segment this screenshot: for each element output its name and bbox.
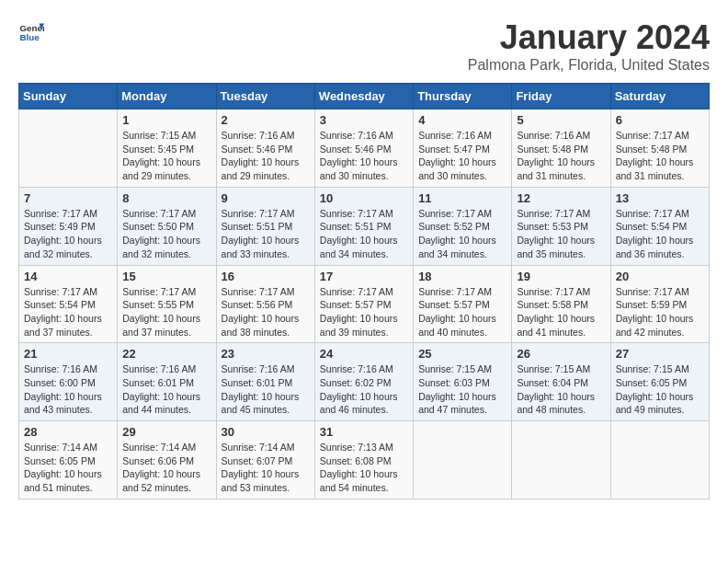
day-info: Sunrise: 7:17 AM Sunset: 5:58 PM Dayligh… — [517, 285, 605, 339]
day-info: Sunrise: 7:16 AM Sunset: 5:46 PM Dayligh… — [222, 129, 310, 183]
calendar-day-cell: 4Sunrise: 7:16 AM Sunset: 5:47 PM Daylig… — [414, 109, 512, 188]
calendar-day-cell: 29Sunrise: 7:14 AM Sunset: 6:06 PM Dayli… — [118, 421, 216, 500]
calendar-day-cell: 25Sunrise: 7:15 AM Sunset: 6:03 PM Dayli… — [414, 343, 512, 421]
day-number: 21 — [24, 347, 112, 361]
day-of-week-header: Monday — [118, 84, 216, 109]
logo-icon: General Blue — [18, 18, 44, 44]
day-of-week-header: Thursday — [414, 84, 512, 109]
day-number: 3 — [320, 113, 408, 127]
calendar-day-cell: 7Sunrise: 7:17 AM Sunset: 5:49 PM Daylig… — [19, 187, 118, 265]
calendar-day-cell: 11Sunrise: 7:17 AM Sunset: 5:52 PM Dayli… — [414, 187, 512, 265]
day-number: 22 — [122, 347, 210, 361]
day-number: 25 — [418, 347, 506, 361]
calendar-week-row: 21Sunrise: 7:16 AM Sunset: 6:00 PM Dayli… — [19, 343, 710, 421]
calendar-day-cell: 12Sunrise: 7:17 AM Sunset: 5:53 PM Dayli… — [512, 187, 610, 265]
calendar-day-cell: 27Sunrise: 7:15 AM Sunset: 6:05 PM Dayli… — [610, 343, 709, 421]
day-info: Sunrise: 7:16 AM Sunset: 6:01 PM Dayligh… — [122, 362, 210, 417]
day-of-week-header: Friday — [512, 84, 610, 109]
day-info: Sunrise: 7:17 AM Sunset: 5:51 PM Dayligh… — [320, 207, 408, 261]
calendar-week-row: 1Sunrise: 7:15 AM Sunset: 5:45 PM Daylig… — [19, 109, 710, 188]
calendar-day-cell: 5Sunrise: 7:16 AM Sunset: 5:48 PM Daylig… — [512, 109, 610, 188]
day-info: Sunrise: 7:17 AM Sunset: 5:53 PM Dayligh… — [517, 207, 605, 261]
day-info: Sunrise: 7:15 AM Sunset: 6:05 PM Dayligh… — [616, 362, 704, 417]
day-info: Sunrise: 7:16 AM Sunset: 6:00 PM Dayligh… — [24, 362, 112, 417]
day-info: Sunrise: 7:17 AM Sunset: 5:56 PM Dayligh… — [222, 285, 310, 339]
day-of-week-header: Wednesday — [314, 84, 413, 109]
day-of-week-header: Tuesday — [216, 84, 314, 109]
day-number: 10 — [320, 191, 408, 205]
day-number: 24 — [320, 347, 408, 361]
calendar-day-cell: 28Sunrise: 7:14 AM Sunset: 6:05 PM Dayli… — [19, 421, 118, 500]
month-title: January 2024 — [468, 18, 710, 57]
calendar-day-cell: 2Sunrise: 7:16 AM Sunset: 5:46 PM Daylig… — [216, 109, 314, 188]
day-info: Sunrise: 7:15 AM Sunset: 5:45 PM Dayligh… — [122, 129, 210, 183]
calendar-day-cell: 17Sunrise: 7:17 AM Sunset: 5:57 PM Dayli… — [314, 265, 413, 343]
calendar-day-cell: 30Sunrise: 7:14 AM Sunset: 6:07 PM Dayli… — [216, 421, 314, 500]
calendar-week-row: 14Sunrise: 7:17 AM Sunset: 5:54 PM Dayli… — [19, 265, 710, 343]
calendar-day-cell: 31Sunrise: 7:13 AM Sunset: 6:08 PM Dayli… — [314, 421, 413, 500]
day-info: Sunrise: 7:17 AM Sunset: 5:55 PM Dayligh… — [122, 285, 210, 339]
day-info: Sunrise: 7:17 AM Sunset: 5:49 PM Dayligh… — [24, 207, 112, 261]
calendar-day-cell: 26Sunrise: 7:15 AM Sunset: 6:04 PM Dayli… — [512, 343, 610, 421]
day-number: 27 — [616, 347, 704, 361]
day-number: 9 — [222, 191, 310, 205]
day-number: 17 — [320, 270, 408, 283]
title-block: January 2024 Palmona Park, Florida, Unit… — [468, 18, 710, 74]
day-number: 8 — [122, 191, 210, 205]
calendar-day-cell: 14Sunrise: 7:17 AM Sunset: 5:54 PM Dayli… — [19, 265, 118, 343]
day-number: 13 — [616, 191, 704, 205]
calendar-day-cell: 22Sunrise: 7:16 AM Sunset: 6:01 PM Dayli… — [118, 343, 216, 421]
day-info: Sunrise: 7:17 AM Sunset: 5:50 PM Dayligh… — [122, 207, 210, 261]
calendar-table: SundayMondayTuesdayWednesdayThursdayFrid… — [18, 83, 710, 500]
calendar-day-cell: 6Sunrise: 7:17 AM Sunset: 5:48 PM Daylig… — [610, 109, 709, 188]
day-number: 11 — [418, 191, 506, 205]
day-number: 28 — [24, 425, 112, 439]
calendar-day-cell: 16Sunrise: 7:17 AM Sunset: 5:56 PM Dayli… — [216, 265, 314, 343]
logo: General Blue — [18, 18, 44, 44]
day-of-week-header: Saturday — [610, 84, 709, 109]
calendar-day-cell: 13Sunrise: 7:17 AM Sunset: 5:54 PM Dayli… — [610, 187, 709, 265]
calendar-day-cell: 24Sunrise: 7:16 AM Sunset: 6:02 PM Dayli… — [314, 343, 413, 421]
day-number: 18 — [418, 270, 506, 283]
calendar-day-cell: 18Sunrise: 7:17 AM Sunset: 5:57 PM Dayli… — [414, 265, 512, 343]
page-header: General Blue January 2024 Palmona Park, … — [18, 18, 710, 74]
day-number: 30 — [222, 425, 310, 439]
day-number: 23 — [222, 347, 310, 361]
calendar-day-cell: 23Sunrise: 7:16 AM Sunset: 6:01 PM Dayli… — [216, 343, 314, 421]
day-info: Sunrise: 7:16 AM Sunset: 6:02 PM Dayligh… — [320, 362, 408, 417]
calendar-day-cell — [610, 421, 709, 500]
day-number: 12 — [517, 191, 605, 205]
calendar-header-row: SundayMondayTuesdayWednesdayThursdayFrid… — [19, 84, 710, 109]
calendar-day-cell: 1Sunrise: 7:15 AM Sunset: 5:45 PM Daylig… — [118, 109, 216, 188]
day-of-week-header: Sunday — [19, 84, 118, 109]
calendar-day-cell: 21Sunrise: 7:16 AM Sunset: 6:00 PM Dayli… — [19, 343, 118, 421]
day-info: Sunrise: 7:17 AM Sunset: 5:48 PM Dayligh… — [616, 129, 704, 183]
day-number: 1 — [122, 113, 210, 127]
day-info: Sunrise: 7:16 AM Sunset: 5:46 PM Dayligh… — [320, 129, 408, 183]
day-number: 29 — [122, 425, 210, 439]
day-info: Sunrise: 7:14 AM Sunset: 6:07 PM Dayligh… — [222, 441, 310, 495]
day-info: Sunrise: 7:15 AM Sunset: 6:03 PM Dayligh… — [418, 362, 506, 417]
day-number: 2 — [222, 113, 310, 127]
day-info: Sunrise: 7:16 AM Sunset: 5:48 PM Dayligh… — [517, 129, 605, 183]
calendar-day-cell: 8Sunrise: 7:17 AM Sunset: 5:50 PM Daylig… — [118, 187, 216, 265]
day-info: Sunrise: 7:17 AM Sunset: 5:57 PM Dayligh… — [418, 285, 506, 339]
day-info: Sunrise: 7:14 AM Sunset: 6:06 PM Dayligh… — [122, 441, 210, 495]
day-info: Sunrise: 7:15 AM Sunset: 6:04 PM Dayligh… — [517, 362, 605, 417]
day-number: 5 — [517, 113, 605, 127]
calendar-day-cell: 10Sunrise: 7:17 AM Sunset: 5:51 PM Dayli… — [314, 187, 413, 265]
calendar-day-cell — [414, 421, 512, 500]
calendar-day-cell: 15Sunrise: 7:17 AM Sunset: 5:55 PM Dayli… — [118, 265, 216, 343]
calendar-week-row: 7Sunrise: 7:17 AM Sunset: 5:49 PM Daylig… — [19, 187, 710, 265]
day-number: 20 — [616, 270, 704, 283]
calendar-day-cell: 19Sunrise: 7:17 AM Sunset: 5:58 PM Dayli… — [512, 265, 610, 343]
svg-text:Blue: Blue — [19, 32, 40, 42]
calendar-week-row: 28Sunrise: 7:14 AM Sunset: 6:05 PM Dayli… — [19, 421, 710, 500]
day-info: Sunrise: 7:16 AM Sunset: 5:47 PM Dayligh… — [418, 129, 506, 183]
calendar-day-cell: 3Sunrise: 7:16 AM Sunset: 5:46 PM Daylig… — [314, 109, 413, 188]
calendar-day-cell: 20Sunrise: 7:17 AM Sunset: 5:59 PM Dayli… — [610, 265, 709, 343]
calendar-day-cell — [512, 421, 610, 500]
day-info: Sunrise: 7:14 AM Sunset: 6:05 PM Dayligh… — [24, 441, 112, 495]
day-number: 26 — [517, 347, 605, 361]
day-info: Sunrise: 7:16 AM Sunset: 6:01 PM Dayligh… — [222, 362, 310, 417]
